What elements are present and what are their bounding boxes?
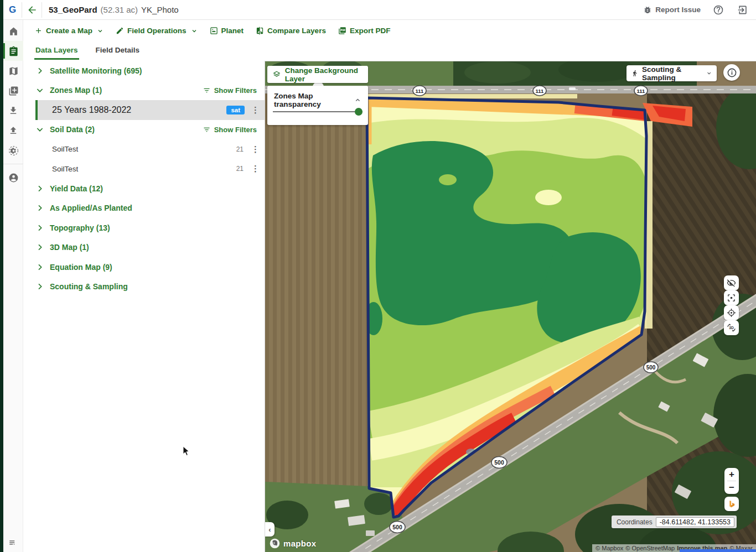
field-operations-button[interactable]: Field Operations <box>116 27 198 35</box>
planet-label: Planet <box>221 27 244 35</box>
sidebar-item-processing[interactable] <box>3 140 23 160</box>
change-background-layer-button[interactable]: Change Background Layer <box>267 66 368 83</box>
tree-section-zones-map[interactable]: Zones Map (1) Show Filters <box>23 81 265 101</box>
layers-icon <box>273 70 281 79</box>
sidebar-item-account[interactable] <box>3 168 23 188</box>
zoom-out-button[interactable]: − <box>724 481 739 494</box>
zones-map-item-selected[interactable]: 25 Years 1988-2022 sat ⋮ <box>35 100 265 120</box>
svg-text:3D: 3D <box>729 326 734 330</box>
layer-label: SoilTest <box>52 165 78 173</box>
export-pdf-button[interactable]: Export PDF <box>338 27 391 35</box>
section-label: As Applied/As Planted <box>50 204 132 212</box>
eye-off-icon <box>727 278 736 288</box>
attribution-osm[interactable]: © OpenStreetMap <box>625 545 675 551</box>
sample-count: 21 <box>236 165 244 173</box>
map-canvas[interactable]: 111 111 111 500 500 500 <box>265 61 756 552</box>
header-actions: Report Issue <box>643 4 756 15</box>
tree-section-as-applied[interactable]: As Applied/As Planted <box>23 199 265 218</box>
report-issue-label: Report Issue <box>655 6 701 14</box>
show-filters-label: Show Filters <box>214 86 257 95</box>
item-menu-button[interactable]: ⋮ <box>251 144 257 154</box>
satellite-imagery: 111 111 111 500 500 500 <box>265 61 756 552</box>
playlist-icon <box>8 538 18 548</box>
tree-section-3d-map[interactable]: 3D Map (1) <box>23 238 265 258</box>
tree-section-topography[interactable]: Topography (13) <box>23 218 265 238</box>
chevron-up-icon[interactable] <box>354 96 361 104</box>
section-label: Satellite Monitoring (695) <box>50 66 142 75</box>
road-shield-500: 500 <box>390 522 405 533</box>
svg-text:500: 500 <box>646 364 656 371</box>
item-menu-button[interactable]: ⋮ <box>251 105 257 115</box>
chevron-right-icon <box>35 282 44 291</box>
item-menu-button[interactable]: ⋮ <box>251 164 257 174</box>
fit-field-button[interactable] <box>724 290 739 305</box>
compare-layers-button[interactable]: Compare Layers <box>256 27 326 35</box>
section-label: Topography (13) <box>50 223 110 232</box>
sample-count: 21 <box>236 145 244 153</box>
zones-show-filters-button[interactable]: Show Filters <box>203 86 257 95</box>
chevron-down-icon <box>35 125 44 134</box>
tree-section-scouting-sampling[interactable]: Scouting & Sampling <box>23 277 265 297</box>
sidebar-item-download[interactable] <box>3 101 23 121</box>
soil-test-item[interactable]: SoilTest 21 ⋮ <box>23 159 265 179</box>
tab-data-layers[interactable]: Data Layers <box>34 41 79 60</box>
rotate-3d-icon: 3D <box>726 322 737 333</box>
mouse-cursor <box>183 446 190 457</box>
road-shield-111: 111 <box>533 86 546 96</box>
tree-section-satellite-monitoring[interactable]: Satellite Monitoring (695) <box>23 61 265 81</box>
geopard-logo[interactable]: G <box>3 4 22 15</box>
my-location-button[interactable] <box>724 305 739 320</box>
toggle-labels-button[interactable] <box>724 275 739 290</box>
field-operations-label: Field Operations <box>127 27 187 35</box>
pencil-icon <box>116 27 124 35</box>
attribution-mapbox[interactable]: © Mapbox <box>596 545 623 551</box>
soil-show-filters-button[interactable]: Show Filters <box>203 126 257 134</box>
scouting-sampling-mode-button[interactable]: Scouting & Sampling <box>626 65 717 81</box>
report-issue-button[interactable]: Report Issue <box>643 6 701 14</box>
section-label: Yield Data (12) <box>50 184 103 193</box>
tree-section-equation-map[interactable]: Equation Map (9) <box>23 257 265 277</box>
mode-button-label: Scouting & Sampling <box>642 65 702 82</box>
sidebar-item-add-layer[interactable] <box>3 81 23 101</box>
chevron-down-icon <box>191 28 198 34</box>
coordinates-value[interactable]: -84.611482, 41.133553 <box>656 517 734 527</box>
bing-imagery-button[interactable] <box>724 497 739 511</box>
header: G 53_GeoPard (52.31 ac) YK_Photo Report … <box>3 0 756 20</box>
mapbox-logo[interactable]: mapbox <box>269 538 316 549</box>
tree-section-soil-data[interactable]: Soil Data (2) Show Filters <box>23 120 265 140</box>
tab-field-details[interactable]: Field Details <box>95 41 141 60</box>
svg-text:111: 111 <box>536 88 545 94</box>
transparency-slider[interactable] <box>273 108 363 116</box>
slider-thumb[interactable] <box>355 108 363 116</box>
help-button[interactable] <box>713 4 724 15</box>
logout-button[interactable] <box>736 4 747 15</box>
sidebar-item-upload[interactable] <box>3 121 23 140</box>
field-title: 53_GeoPard (52.31 ac) YK_Photo <box>49 5 179 14</box>
info-icon <box>727 67 737 78</box>
change-background-label: Change Background Layer <box>285 66 363 83</box>
tree-section-yield-data[interactable]: Yield Data (12) <box>23 179 265 199</box>
soil-test-item[interactable]: SoilTest 21 ⋮ <box>23 139 265 159</box>
map-icon <box>8 66 19 76</box>
divider <box>42 2 42 18</box>
sidebar-item-field-data[interactable] <box>3 41 23 61</box>
road-shield-500: 500 <box>491 457 507 468</box>
planet-button[interactable]: Planet <box>210 27 244 35</box>
map-info-button[interactable] <box>723 64 740 81</box>
download-icon <box>8 106 18 116</box>
coordinates-label: Coordinates <box>617 518 653 526</box>
collapse-panel-button[interactable]: ‹ <box>265 522 275 537</box>
slider-track[interactable] <box>273 111 363 112</box>
bottom-blue-strip <box>680 549 756 552</box>
zoom-in-button[interactable]: + <box>724 468 739 481</box>
sidebar-item-home[interactable] <box>3 21 23 41</box>
chevron-left-icon: ‹ <box>268 525 271 534</box>
layer-label: SoilTest <box>52 145 78 153</box>
library-add-icon <box>8 86 19 96</box>
toggle-3d-button[interactable]: 3D <box>724 320 739 335</box>
back-button[interactable] <box>22 4 42 15</box>
icon-sidebar <box>3 20 23 552</box>
sidebar-item-maps[interactable] <box>3 61 23 81</box>
create-map-button[interactable]: Create a Map <box>34 27 103 35</box>
sidebar-item-legend[interactable] <box>3 538 23 548</box>
